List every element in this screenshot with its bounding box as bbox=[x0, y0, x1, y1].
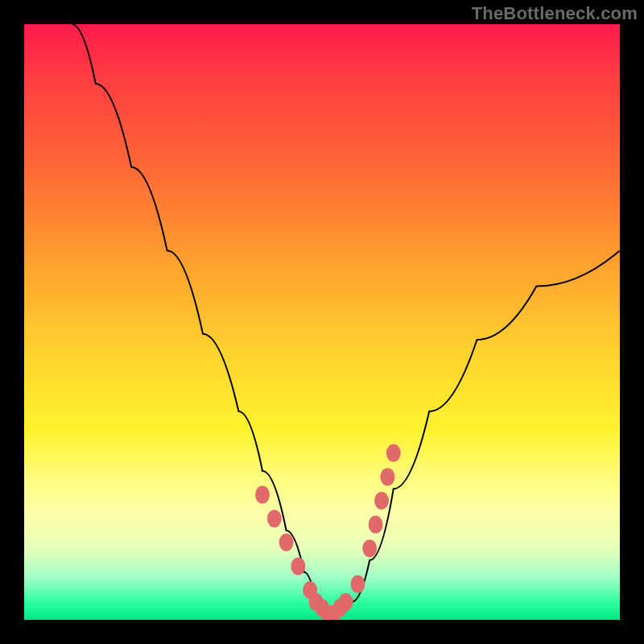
marker-point bbox=[369, 516, 383, 534]
marker-point bbox=[291, 557, 305, 575]
bottleneck-curve bbox=[72, 24, 620, 614]
watermark-text: TheBottleneck.com bbox=[472, 3, 638, 24]
marker-point bbox=[362, 539, 377, 557]
marker-point bbox=[380, 468, 394, 485]
marker-point bbox=[374, 492, 389, 510]
marker-point bbox=[339, 593, 353, 611]
chart-container: TheBottleneck.com bbox=[0, 0, 644, 644]
marker-point bbox=[350, 576, 365, 593]
curve-svg bbox=[24, 24, 620, 620]
marker-point bbox=[386, 444, 401, 462]
plot-area bbox=[24, 24, 620, 620]
marker-point bbox=[279, 534, 294, 551]
marker-point bbox=[255, 486, 270, 504]
marker-point bbox=[267, 510, 282, 527]
marker-cluster bbox=[255, 444, 401, 620]
